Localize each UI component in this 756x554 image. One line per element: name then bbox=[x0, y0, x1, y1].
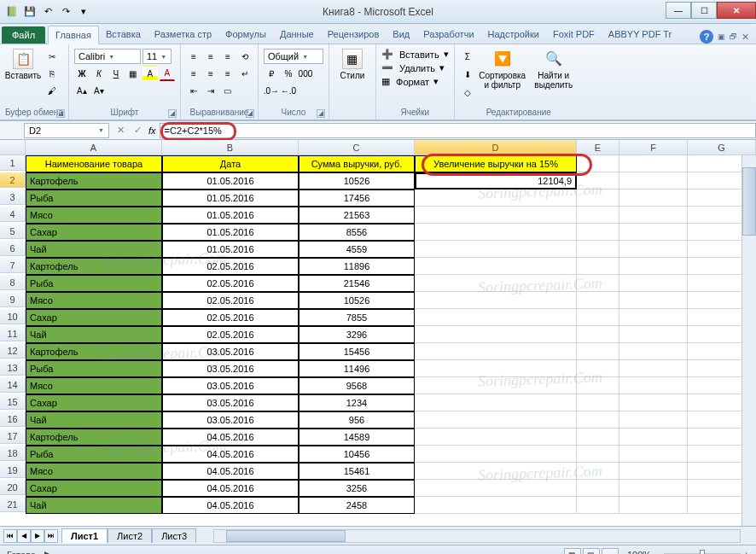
horizontal-scrollbar[interactable] bbox=[213, 529, 741, 543]
cell[interactable]: Мясо bbox=[26, 463, 162, 480]
cell[interactable] bbox=[577, 343, 619, 360]
cell[interactable] bbox=[619, 497, 688, 514]
number-format-combo[interactable]: Общий▼ bbox=[264, 49, 323, 64]
underline-button[interactable]: Ч bbox=[108, 66, 124, 81]
cell[interactable] bbox=[415, 480, 577, 497]
cell[interactable] bbox=[415, 258, 577, 275]
cell[interactable]: 03.05.2016 bbox=[162, 394, 299, 411]
decrease-indent-icon[interactable]: ⇤ bbox=[186, 83, 201, 98]
ribbon-tab[interactable]: Данные bbox=[273, 26, 321, 44]
cell[interactable] bbox=[577, 429, 619, 446]
cell[interactable] bbox=[415, 224, 577, 241]
cell[interactable]: Картофель bbox=[26, 258, 162, 275]
column-header[interactable]: G bbox=[688, 140, 756, 155]
cell[interactable]: 04.05.2016 bbox=[162, 446, 299, 463]
cell[interactable] bbox=[577, 446, 619, 463]
zoom-level[interactable]: 100% bbox=[627, 550, 651, 555]
minimize-button[interactable]: — bbox=[666, 2, 691, 19]
cell[interactable]: 01.05.2016 bbox=[162, 207, 299, 224]
ribbon-tab[interactable]: Надстройки bbox=[481, 26, 546, 44]
row-header[interactable]: 20 bbox=[0, 480, 26, 495]
cell[interactable] bbox=[619, 258, 688, 275]
cut-icon[interactable]: ✂ bbox=[44, 49, 60, 64]
align-bottom-icon[interactable]: ≡ bbox=[220, 49, 236, 64]
undo-icon[interactable]: ↶ bbox=[40, 4, 55, 20]
launcher-icon[interactable]: ◢ bbox=[168, 109, 177, 118]
find-select-button[interactable]: 🔍 Найти и выделить bbox=[530, 49, 578, 90]
cell[interactable] bbox=[415, 394, 577, 411]
cell[interactable]: 01.05.2016 bbox=[162, 224, 299, 241]
cell[interactable]: 9568 bbox=[299, 377, 415, 394]
cell[interactable] bbox=[619, 429, 688, 446]
cell[interactable]: Рыба bbox=[26, 190, 162, 207]
cell[interactable] bbox=[619, 411, 688, 429]
cell[interactable]: 10456 bbox=[299, 446, 415, 463]
cell[interactable] bbox=[415, 343, 577, 360]
row-header[interactable]: 2 bbox=[0, 172, 26, 188]
cell[interactable]: 15456 bbox=[299, 343, 415, 360]
column-header[interactable]: F bbox=[619, 140, 688, 155]
cell[interactable]: Сахар bbox=[26, 480, 162, 497]
cell[interactable]: Мясо bbox=[26, 292, 162, 309]
ribbon-tab[interactable]: Рецензиров bbox=[321, 26, 387, 44]
zoom-out-icon[interactable]: − bbox=[654, 550, 660, 555]
cell[interactable] bbox=[619, 207, 688, 224]
merge-icon[interactable]: ▭ bbox=[220, 83, 236, 98]
fill-color-icon[interactable]: A bbox=[142, 66, 158, 81]
cell[interactable] bbox=[415, 326, 577, 343]
select-all-corner[interactable] bbox=[0, 140, 26, 155]
cell[interactable]: Рыба bbox=[26, 446, 162, 463]
clear-icon[interactable]: ◇ bbox=[460, 85, 475, 100]
cell[interactable]: 15461 bbox=[299, 463, 415, 480]
format-cells-button[interactable]: ▦ Формат ▾ bbox=[381, 76, 449, 87]
spreadsheet-grid[interactable]: ABCDEFG1Наименование товараДатаСумма выр… bbox=[0, 140, 756, 526]
page-layout-view-icon[interactable]: ▤ bbox=[583, 548, 600, 555]
align-left-icon[interactable]: ≡ bbox=[186, 66, 201, 81]
qat-more-icon[interactable]: ▾ bbox=[76, 4, 91, 20]
row-header[interactable]: 9 bbox=[0, 292, 26, 307]
minimize-ribbon-icon[interactable]: ▣ bbox=[718, 32, 725, 41]
decrease-decimal-icon[interactable]: ←.0 bbox=[281, 83, 296, 98]
cell[interactable] bbox=[577, 360, 619, 377]
row-header[interactable]: 1 bbox=[0, 155, 26, 171]
align-top-icon[interactable]: ≡ bbox=[186, 49, 201, 64]
redo-icon[interactable]: ↷ bbox=[58, 4, 73, 20]
styles-button[interactable]: ▦ Стили bbox=[334, 49, 370, 80]
cell[interactable]: 03.05.2016 bbox=[162, 360, 299, 377]
cell[interactable]: Рыба bbox=[26, 360, 162, 377]
cell[interactable]: Мясо bbox=[26, 377, 162, 394]
cell[interactable] bbox=[577, 377, 619, 394]
cell[interactable] bbox=[415, 446, 577, 463]
cell[interactable] bbox=[619, 275, 688, 292]
row-header[interactable]: 11 bbox=[0, 326, 26, 341]
cell[interactable] bbox=[619, 394, 688, 411]
cell[interactable]: 02.05.2016 bbox=[162, 292, 299, 309]
cell[interactable]: Чай bbox=[26, 241, 162, 258]
cell[interactable]: 10526 bbox=[299, 292, 415, 309]
font-size-combo[interactable]: 11▼ bbox=[142, 49, 172, 64]
row-header[interactable]: 15 bbox=[0, 394, 26, 410]
cell[interactable]: Картофель bbox=[26, 343, 162, 360]
cell[interactable]: Сахар bbox=[26, 309, 162, 326]
cell[interactable]: 7855 bbox=[299, 309, 415, 326]
cell[interactable] bbox=[619, 241, 688, 258]
help-icon[interactable]: ? bbox=[700, 30, 713, 44]
restore-window-icon[interactable]: 🗗 bbox=[730, 32, 737, 41]
column-header[interactable]: E bbox=[577, 140, 619, 155]
ribbon-tab[interactable]: Вставка bbox=[99, 26, 148, 44]
cell[interactable] bbox=[415, 497, 577, 514]
cell[interactable] bbox=[619, 360, 688, 377]
cell[interactable]: 17456 bbox=[299, 190, 415, 207]
page-break-view-icon[interactable]: ▭ bbox=[602, 548, 619, 555]
cell[interactable] bbox=[619, 326, 688, 343]
save-icon[interactable]: 💾 bbox=[22, 4, 38, 20]
ribbon-tab[interactable]: ABBYY PDF Tr bbox=[602, 26, 678, 44]
ribbon-tab[interactable]: Вид bbox=[386, 26, 416, 44]
cell[interactable]: 03.05.2016 bbox=[162, 411, 299, 429]
cell[interactable] bbox=[619, 463, 688, 480]
cell[interactable] bbox=[619, 190, 688, 207]
cell[interactable] bbox=[577, 224, 619, 241]
cell[interactable] bbox=[619, 172, 688, 190]
cell[interactable] bbox=[415, 360, 577, 377]
cell[interactable] bbox=[415, 241, 577, 258]
